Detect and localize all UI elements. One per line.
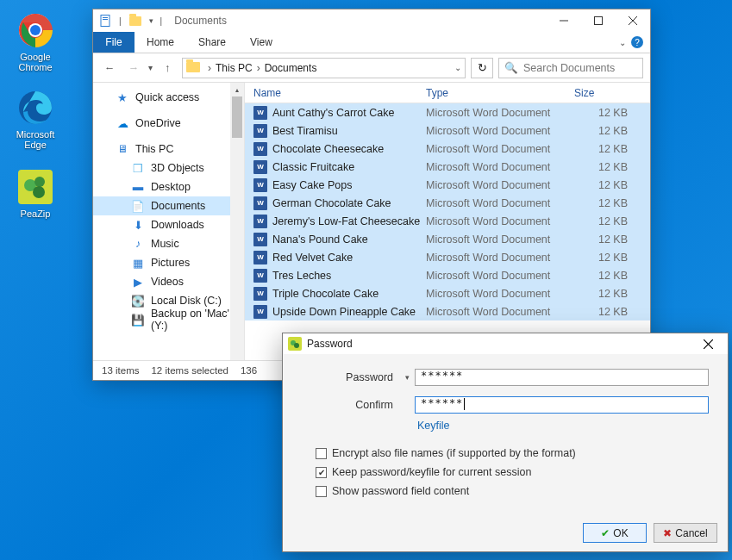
file-list: Name Type Size WAunt Cathy's Carrot Cake… xyxy=(245,83,650,360)
breadcrumb-root[interactable]: This PC xyxy=(216,62,253,74)
dialog-titlebar[interactable]: Password xyxy=(283,333,728,354)
nav-pictures[interactable]: ▦Pictures xyxy=(93,253,244,272)
file-name: Nana's Pound Cake xyxy=(272,233,368,246)
table-row[interactable]: WUpside Down Pineapple CakeMicrosoft Wor… xyxy=(245,302,650,320)
explorer-window: | ▾ | Documents File Home Share View ⌄ ?… xyxy=(92,9,651,381)
nav-desktop[interactable]: ▬Desktop xyxy=(93,177,244,196)
desktop-icon-edge[interactable]: Microsoft Edge xyxy=(9,90,62,150)
cancel-button[interactable]: ✖Cancel xyxy=(654,523,717,543)
word-icon: W xyxy=(253,160,267,174)
nav-onedrive[interactable]: ☁OneDrive xyxy=(93,114,244,133)
search-input[interactable]: 🔍 Search Documents xyxy=(498,58,643,78)
table-row[interactable]: WAunt Cathy's Carrot CakeMicrosoft Word … xyxy=(245,103,650,121)
tab-file[interactable]: File xyxy=(93,32,135,53)
password-dropdown-icon[interactable]: ▾ xyxy=(405,373,410,382)
dialog-title: Password xyxy=(307,338,353,350)
nav-3d-objects[interactable]: ❒3D Objects xyxy=(93,159,244,177)
column-name[interactable]: Name xyxy=(245,87,426,99)
table-row[interactable]: WBest TiramisuMicrosoft Word Document12 … xyxy=(245,121,650,140)
ok-button[interactable]: ✔OK xyxy=(583,523,647,543)
chevron-down-icon[interactable]: ⌄ xyxy=(619,38,626,47)
confirm-input[interactable]: ****** xyxy=(415,396,709,414)
word-icon: W xyxy=(253,215,267,228)
chevron-down-icon[interactable]: ⌄ xyxy=(454,63,461,72)
word-icon: W xyxy=(253,178,267,192)
picture-icon: ▦ xyxy=(131,256,145,270)
file-name: Easy Cake Pops xyxy=(272,179,352,191)
nav-videos[interactable]: ▶Videos xyxy=(93,272,244,291)
file-icon[interactable] xyxy=(98,14,112,28)
nav-downloads[interactable]: ⬇Downloads xyxy=(93,215,244,234)
table-row[interactable]: WRed Velvet CakeMicrosoft Word Document1… xyxy=(245,248,650,266)
checkbox-unchecked-icon xyxy=(316,486,327,497)
chevron-down-icon[interactable]: ▾ xyxy=(149,16,153,25)
tab-view[interactable]: View xyxy=(238,32,285,53)
table-row[interactable]: WEasy Cake PopsMicrosoft Word Document12… xyxy=(245,176,650,194)
encrypt-filenames-checkbox[interactable]: Encrypt also file names (if supported by… xyxy=(316,444,709,463)
disk-icon: 💽 xyxy=(131,294,145,308)
nav-music[interactable]: ♪Music xyxy=(93,234,244,253)
help-button[interactable]: ? xyxy=(631,36,643,48)
close-button[interactable] xyxy=(693,334,723,353)
nav-pane[interactable]: ★Quick access ☁OneDrive 🖥This PC ❒3D Obj… xyxy=(93,83,245,360)
keep-session-checkbox[interactable]: ✔Keep password/keyfile for current sessi… xyxy=(316,463,709,482)
nav-quick-access[interactable]: ★Quick access xyxy=(93,88,244,107)
folder-icon[interactable] xyxy=(128,14,142,28)
back-button[interactable]: ← xyxy=(100,59,119,78)
table-row[interactable]: WTriple Chocolate CakeMicrosoft Word Doc… xyxy=(245,284,650,302)
table-row[interactable]: WNana's Pound CakeMicrosoft Word Documen… xyxy=(245,230,650,248)
status-size: 136 xyxy=(241,365,257,376)
table-row[interactable]: WClassic FruitcakeMicrosoft Word Documen… xyxy=(245,158,650,176)
document-icon: 📄 xyxy=(131,199,145,213)
word-icon: W xyxy=(253,196,267,210)
tab-home[interactable]: Home xyxy=(135,32,186,53)
table-row[interactable]: WTres LechesMicrosoft Word Document12 KB xyxy=(245,266,650,284)
table-row[interactable]: WJeremy's Low-Fat CheesecakeMicrosoft Wo… xyxy=(245,212,650,230)
table-row[interactable]: WGerman Chocolate CakeMicrosoft Word Doc… xyxy=(245,194,650,212)
breadcrumb-current[interactable]: Documents xyxy=(265,62,317,74)
refresh-button[interactable]: ↻ xyxy=(471,58,493,78)
status-items: 13 items xyxy=(102,365,139,376)
column-size[interactable]: Size xyxy=(574,87,650,99)
nav-backup-drive[interactable]: 💾Backup on 'Mac' (Y:) xyxy=(93,310,244,329)
cube-icon: ❒ xyxy=(131,161,145,175)
file-name: Best Tiramisu xyxy=(272,125,338,137)
file-name: Aunt Cathy's Carrot Cake xyxy=(272,107,394,119)
file-size: 12 KB xyxy=(574,161,650,173)
keyfile-link[interactable]: Keyfile xyxy=(417,420,709,432)
address-bar[interactable]: › This PC › Documents ⌄ xyxy=(182,58,466,78)
file-type: Microsoft Word Document xyxy=(426,161,574,173)
titlebar[interactable]: | ▾ | Documents xyxy=(93,9,650,32)
nav-thispc[interactable]: 🖥This PC xyxy=(93,140,244,159)
maximize-button[interactable] xyxy=(581,9,616,32)
file-size: 12 KB xyxy=(574,143,650,155)
nav-documents[interactable]: 📄Documents xyxy=(93,196,244,215)
column-type[interactable]: Type xyxy=(426,87,574,99)
history-dropdown[interactable]: ▾ xyxy=(148,63,153,72)
file-type: Microsoft Word Document xyxy=(426,125,574,137)
file-name: Jeremy's Low-Fat Cheesecake xyxy=(272,215,420,227)
svg-point-3 xyxy=(30,25,41,35)
file-type: Microsoft Word Document xyxy=(426,270,574,282)
up-button[interactable]: ↑ xyxy=(158,59,177,78)
show-password-checkbox[interactable]: Show password field content xyxy=(316,482,709,501)
file-type: Microsoft Word Document xyxy=(426,215,574,227)
scrollbar[interactable]: ▴ xyxy=(230,83,244,360)
minimize-button[interactable] xyxy=(547,9,581,32)
scroll-thumb[interactable] xyxy=(232,96,242,138)
tab-share[interactable]: Share xyxy=(186,32,238,53)
table-row[interactable]: WChocolate CheesecakeMicrosoft Word Docu… xyxy=(245,140,650,158)
password-input[interactable]: ****** xyxy=(415,369,709,386)
svg-point-8 xyxy=(33,186,45,198)
checkbox-checked-icon: ✔ xyxy=(316,467,327,478)
close-button[interactable] xyxy=(616,9,650,32)
file-size: 12 KB xyxy=(574,125,650,137)
password-label: Password xyxy=(302,371,405,383)
desktop-icon-peazip[interactable]: PeaZip xyxy=(9,169,62,219)
forward-button[interactable]: → xyxy=(124,59,143,78)
file-type: Microsoft Word Document xyxy=(426,306,574,318)
download-icon: ⬇ xyxy=(131,218,145,232)
desktop-icon-chrome[interactable]: Google Chrome xyxy=(9,12,62,72)
scroll-up-icon[interactable]: ▴ xyxy=(230,83,244,96)
checkbox-unchecked-icon xyxy=(316,448,327,459)
